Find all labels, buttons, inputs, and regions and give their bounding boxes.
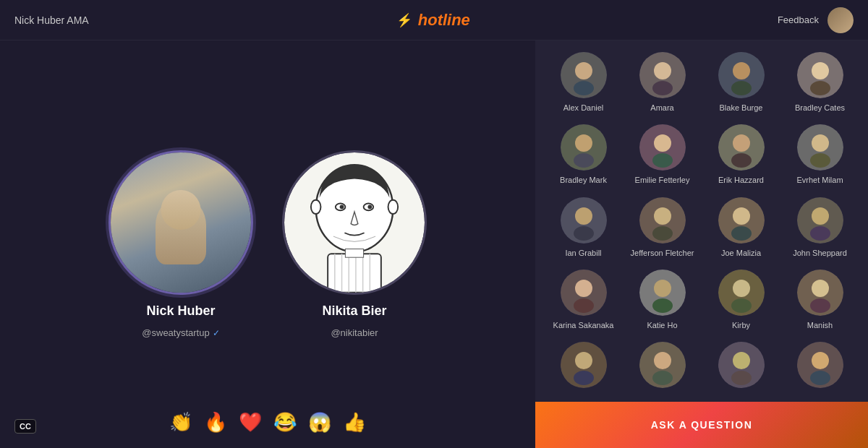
audience-avatar xyxy=(797,197,843,244)
speaker-nikita: Nikita Bier @nikitabier xyxy=(282,150,427,338)
user-avatar[interactable] xyxy=(827,7,854,33)
svg-point-40 xyxy=(575,207,592,225)
nick-handle: @sweatystartup ✓ xyxy=(142,327,219,338)
svg-point-46 xyxy=(733,207,750,225)
reaction-clap[interactable]: 👏 xyxy=(169,411,192,434)
svg-point-34 xyxy=(733,134,750,152)
audience-member-name: Karina Sakanaka xyxy=(553,320,614,330)
audience-avatar xyxy=(797,342,843,388)
svg-point-55 xyxy=(654,280,671,297)
audience-member-name: Joe Malizia xyxy=(721,248,761,258)
header: Nick Huber AMA ⚡ hotline Feedback xyxy=(0,0,868,40)
audience-member[interactable]: Manish xyxy=(783,270,856,330)
avatar-image xyxy=(827,7,854,33)
audience-panel: Alex DanielAmaraBlake BurgeBradley Cates… xyxy=(535,40,868,448)
svg-point-50 xyxy=(810,226,830,241)
svg-point-62 xyxy=(810,298,830,313)
audience-member-name: Erik Hazzard xyxy=(718,175,764,185)
svg-point-56 xyxy=(652,298,673,313)
svg-point-28 xyxy=(575,134,592,152)
reaction-laugh[interactable]: 😂 xyxy=(273,411,297,434)
svg-point-37 xyxy=(812,134,829,152)
svg-point-59 xyxy=(731,298,752,313)
audience-avatar xyxy=(639,270,686,316)
audience-member[interactable]: Jefferson Fletcher xyxy=(626,197,699,258)
nikita-avatar-image xyxy=(284,152,425,293)
audience-avatar xyxy=(561,270,607,316)
audience-avatar xyxy=(718,197,765,244)
audience-member-name: Evrhet Milam xyxy=(796,175,843,185)
audience-member[interactable]: Alex Daniel xyxy=(547,52,620,113)
audience-member-name: Blake Burge xyxy=(720,103,763,113)
svg-point-25 xyxy=(812,62,829,79)
audience-member[interactable] xyxy=(547,342,620,392)
audience-member[interactable]: Joe Malizia xyxy=(705,197,778,258)
svg-point-70 xyxy=(733,352,750,369)
svg-point-4 xyxy=(367,205,372,210)
audience-member[interactable]: Katie Ho xyxy=(626,270,699,330)
audience-member[interactable]: Emilie Fetterley xyxy=(626,124,699,185)
audience-avatar xyxy=(718,270,765,316)
svg-point-35 xyxy=(731,153,752,168)
svg-point-41 xyxy=(574,226,594,241)
svg-point-22 xyxy=(733,62,750,79)
feedback-button[interactable]: Feedback xyxy=(778,14,819,25)
svg-point-23 xyxy=(731,81,752,95)
reaction-shock[interactable]: 😱 xyxy=(308,411,331,434)
audience-avatar xyxy=(797,52,843,98)
audience-member[interactable]: Amara xyxy=(626,52,699,113)
audience-member[interactable]: Kirby xyxy=(705,270,778,330)
page-title: Nick Huber AMA xyxy=(14,14,89,26)
audience-member-name: John Sheppard xyxy=(793,248,847,258)
audience-member[interactable]: Evrhet Milam xyxy=(783,124,856,185)
svg-point-31 xyxy=(654,134,671,152)
logo-text: hotline xyxy=(418,11,470,30)
svg-point-3 xyxy=(340,205,344,210)
audience-member[interactable]: Bradley Cates xyxy=(783,52,856,113)
audience-member[interactable] xyxy=(705,342,778,392)
reaction-thumbsup[interactable]: 👍 xyxy=(343,411,366,434)
logo: ⚡ hotline xyxy=(396,11,470,30)
nick-video-circle xyxy=(109,150,253,295)
verified-icon: ✓ xyxy=(213,328,220,338)
audience-member-name: Amara xyxy=(650,103,673,113)
ask-question-label: ASK A QUESTION xyxy=(651,419,753,431)
audience-grid: Alex DanielAmaraBlake BurgeBradley Cates… xyxy=(547,52,856,392)
audience-member[interactable] xyxy=(783,342,856,392)
audience-member[interactable]: Karina Sakanaka xyxy=(547,270,620,330)
nikita-avatar-circle xyxy=(282,150,427,295)
audience-avatar xyxy=(718,342,765,388)
svg-point-61 xyxy=(812,280,829,297)
nikita-handle: @nikitabier xyxy=(331,327,378,338)
svg-point-13 xyxy=(311,200,321,214)
nick-name: Nick Huber xyxy=(146,303,215,319)
svg-point-68 xyxy=(652,371,673,385)
audience-member[interactable]: Erik Hazzard xyxy=(705,124,778,185)
reactions-bar: 👏 🔥 ❤️ 😂 😱 👍 xyxy=(169,411,366,434)
audience-member[interactable]: Bradley Mark xyxy=(547,124,620,185)
header-right: Feedback xyxy=(778,7,854,33)
audience-avatar xyxy=(639,124,686,171)
audience-member[interactable]: Ian Grabill xyxy=(547,197,620,258)
svg-point-65 xyxy=(574,371,594,385)
reaction-fire[interactable]: 🔥 xyxy=(204,411,227,434)
audience-member-name: Kirby xyxy=(732,320,750,330)
audience-member[interactable]: Blake Burge xyxy=(705,52,778,113)
audience-avatar xyxy=(561,52,607,98)
speakers-area: Nick Huber @sweatystartup ✓ xyxy=(109,150,427,338)
audience-avatar xyxy=(797,270,843,316)
audience-avatar xyxy=(561,124,607,171)
audience-member-name: Bradley Cates xyxy=(795,103,845,113)
audience-avatar xyxy=(718,52,765,98)
audience-member[interactable] xyxy=(626,342,699,392)
ask-question-bar[interactable]: ASK A QUESTION xyxy=(535,402,868,448)
cc-button[interactable]: CC xyxy=(14,419,36,434)
video-panel: Nick Huber @sweatystartup ✓ xyxy=(0,40,535,448)
audience-member-name: Ian Grabill xyxy=(565,248,601,258)
audience-avatar xyxy=(639,342,686,388)
audience-member[interactable]: John Sheppard xyxy=(783,197,856,258)
svg-point-26 xyxy=(810,81,830,95)
svg-point-58 xyxy=(733,280,750,297)
reaction-heart[interactable]: ❤️ xyxy=(239,411,262,434)
svg-point-74 xyxy=(810,371,830,385)
